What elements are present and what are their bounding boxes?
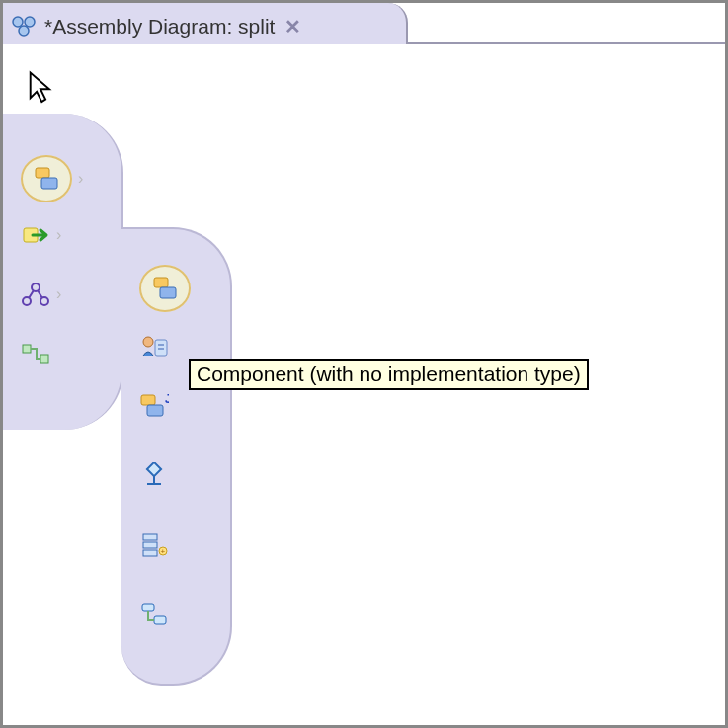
editor-tab[interactable]: *Assembly Diagram: split ✕ <box>3 3 408 44</box>
svg-text:J: J <box>165 393 169 406</box>
svg-rect-17 <box>141 395 155 405</box>
palette-popout: J + <box>121 227 232 686</box>
svg-rect-24 <box>143 542 157 548</box>
svg-rect-10 <box>40 355 48 363</box>
svg-rect-28 <box>142 604 154 611</box>
mouse-cursor-icon <box>27 70 54 106</box>
palette: › › › <box>3 114 123 430</box>
import-icon <box>21 222 50 248</box>
close-icon[interactable]: ✕ <box>284 15 301 39</box>
popout-item-selector[interactable]: + <box>139 531 169 557</box>
svg-rect-18 <box>147 405 163 416</box>
svg-point-2 <box>19 26 29 36</box>
svg-rect-4 <box>41 178 57 189</box>
svg-rect-23 <box>143 534 157 540</box>
component-no-impl-icon <box>150 276 180 301</box>
tab-bar: *Assembly Diagram: split ✕ <box>3 3 725 44</box>
popout-item-process[interactable] <box>139 462 169 488</box>
svg-rect-29 <box>154 616 166 624</box>
standalone-reference-icon <box>21 282 50 307</box>
popout-item-human-task[interactable] <box>139 334 169 360</box>
svg-point-0 <box>13 17 23 27</box>
assembly-diagram-icon <box>11 15 39 39</box>
process-icon <box>139 462 169 488</box>
svg-rect-11 <box>154 278 168 287</box>
palette-item-component[interactable]: › <box>21 155 83 202</box>
palette-item-wire[interactable] <box>21 341 50 366</box>
svg-rect-3 <box>36 168 49 178</box>
wire-icon <box>21 341 50 366</box>
svg-point-1 <box>25 17 35 27</box>
svg-rect-25 <box>143 550 157 556</box>
popout-item-java[interactable]: J <box>139 393 169 419</box>
svg-text:+: + <box>161 547 166 556</box>
svg-rect-12 <box>160 287 176 298</box>
svg-rect-14 <box>155 340 167 356</box>
tab-title: *Assembly Diagram: split <box>44 15 275 39</box>
java-component-icon: J <box>139 393 169 419</box>
human-task-icon <box>139 334 169 360</box>
work-area: › › › <box>3 44 725 725</box>
svg-rect-20 <box>147 462 161 476</box>
svg-rect-9 <box>23 345 31 353</box>
component-icon <box>32 166 61 192</box>
tooltip-text: Component (with no implementation type) <box>197 363 581 385</box>
popout-item-state-machine[interactable] <box>139 601 169 626</box>
popout-item-component[interactable] <box>139 265 191 312</box>
chevron-right-icon: › <box>78 170 83 188</box>
tab-bar-filler <box>406 3 725 44</box>
state-machine-icon <box>139 601 169 626</box>
palette-item-import[interactable]: › <box>21 222 61 248</box>
chevron-right-icon: › <box>56 226 61 244</box>
svg-point-13 <box>143 337 153 347</box>
chevron-right-icon: › <box>56 285 61 303</box>
app-frame: *Assembly Diagram: split ✕ › <box>0 0 728 728</box>
palette-item-reference[interactable]: › <box>21 282 61 307</box>
selector-icon: + <box>139 531 169 557</box>
tooltip: Component (with no implementation type) <box>189 359 589 390</box>
